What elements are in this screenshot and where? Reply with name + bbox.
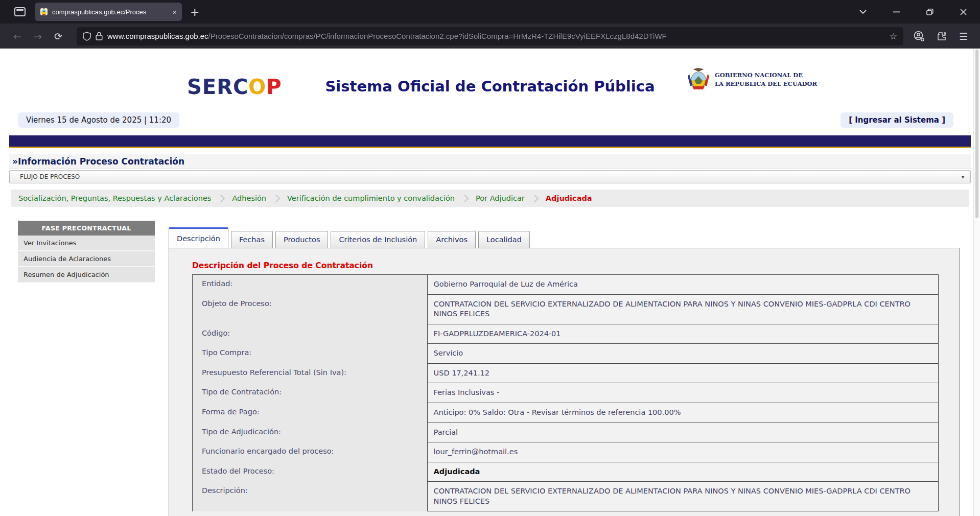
table-row: Tipo de Adjudicación: Parcial (193, 423, 938, 443)
process-steps-container: Socialización, Preguntas, Respuestas y A… (9, 185, 971, 209)
row-value: CONTRATACION DEL SERVICIO EXTERNALIZADO … (428, 482, 938, 511)
reload-button[interactable]: ⟳ (50, 28, 66, 44)
details-table: Entidad: Gobierno Parroquial de Luz de A… (192, 274, 939, 511)
tab-archivos[interactable]: Archivos (428, 231, 476, 248)
step-chevron-icon (461, 194, 469, 202)
sidebar-title: FASE PRECONTRACTUAL (18, 221, 155, 236)
step-adhesion[interactable]: Adhesión (232, 194, 266, 202)
tab-descripcion[interactable]: Descripción (169, 227, 228, 248)
step-chevron-icon (531, 194, 539, 202)
account-icon[interactable] (914, 31, 924, 41)
scrollbar-thumb[interactable] (975, 50, 978, 218)
step-adjudicada: Adjudicada (546, 194, 592, 202)
table-row: Código: FI-GADPRLUZDEAMERICA-2024-01 (193, 324, 938, 344)
lock-icon[interactable] (96, 32, 103, 40)
bookmark-star-icon[interactable]: ☆ (890, 31, 897, 41)
section-title: »Información Proceso Contratación (9, 154, 971, 169)
tab-fechas[interactable]: Fechas (231, 231, 273, 248)
row-label: Tipo Compra: (193, 344, 428, 364)
table-row: Presupuesto Referencial Total (Sin Iva):… (193, 364, 938, 384)
chevron-down-icon: ▾ (962, 174, 964, 180)
browser-toolbar: ← → ⟳ www.compraspublicas.gob.ec/Proceso… (0, 24, 980, 49)
row-value: Parcial (428, 423, 938, 443)
table-row-estado: Estado del Proceso: Adjudicada (193, 462, 938, 482)
row-label: Descripción: (193, 482, 428, 511)
new-tab-button[interactable]: + (190, 6, 199, 18)
row-value: FI-GADPRLUZDEAMERICA-2024-01 (428, 324, 938, 344)
row-label: Forma de Pago: (193, 403, 428, 423)
restore-button[interactable] (926, 9, 934, 15)
tab-bar: compraspublicas.gob.ec/Proces × + (0, 0, 980, 24)
browser-chrome: compraspublicas.gob.ec/Proces × + ← → (0, 0, 980, 49)
row-label: Tipo de Contratación: (193, 383, 428, 403)
tab-productos[interactable]: Productos (275, 231, 328, 248)
shield-icon[interactable] (83, 32, 91, 41)
row-label: Código: (193, 324, 428, 344)
gov-line1: GOBIERNO NACIONAL DE (715, 71, 817, 80)
extensions-puzzle-icon[interactable] (937, 31, 947, 41)
address-bar[interactable]: www.compraspublicas.gob.ec/ProcesoContra… (77, 27, 903, 45)
navy-divider-bar (9, 135, 971, 148)
table-row: Funcionario encargado del proceso: lour_… (193, 442, 938, 462)
url-path: /ProcesoContratacion/compras/PC/informac… (208, 32, 667, 40)
tab-title: compraspublicas.gob.ec/Proces (52, 8, 168, 16)
url-text[interactable]: www.compraspublicas.gob.ec/ProcesoContra… (107, 32, 885, 40)
datetime-badge: Viernes 15 de Agosto de 2025 | 11:20 (18, 112, 179, 128)
page-scrollbar[interactable] (973, 49, 980, 516)
row-value: Ferias Inclusivas - (428, 383, 938, 403)
step-por-adjudicar[interactable]: Por Adjudicar (476, 194, 525, 202)
row-label: Tipo de Adjudicación: (193, 423, 428, 443)
row-value: lour_ferrin@hotmail.es (428, 442, 938, 462)
gov-line2: LA REPUBLICA DEL ECUADOR (715, 80, 817, 88)
step-socializacion[interactable]: Socialización, Preguntas, Respuestas y A… (18, 194, 211, 202)
government-logo: GOBIERNO NACIONAL DE LA REPUBLICA DEL EC… (687, 67, 817, 92)
row-value: CONTRATACION DEL SERVICIO EXTERNALIZADO … (428, 295, 938, 324)
row-label: Objeto de Proceso: (193, 295, 428, 324)
step-verificacion[interactable]: Verificación de cumplimiento y convalida… (287, 194, 455, 202)
details-title: Descripción del Proceso de Contratación (192, 261, 939, 270)
url-host: www.compraspublicas.gob.ec (107, 32, 208, 40)
row-label: Presupuesto Referencial Total (Sin Iva): (193, 364, 428, 384)
row-value: USD 17,241.12 (428, 364, 938, 384)
forward-button[interactable]: → (30, 28, 46, 44)
page-title: Sistema Oficial de Contratación Pública (0, 78, 980, 95)
sidebar-item-resumen[interactable]: Resumen de Adjudicación (18, 267, 155, 283)
step-chevron-icon (272, 194, 281, 202)
row-value: Gobierno Parroquial de Luz de América (428, 275, 938, 295)
tab-close-icon[interactable]: × (172, 8, 177, 16)
row-label: Estado del Proceso: (193, 462, 428, 482)
minimize-button[interactable] (893, 11, 900, 13)
row-label: Funcionario encargado del proceso: (193, 442, 428, 462)
flow-dropdown-label: FLUJO DE PROCESO (20, 173, 80, 180)
sidebar-item-ver-invitaciones[interactable]: Ver Invitaciones (18, 236, 155, 251)
ecuador-coat-of-arms-icon (687, 67, 710, 92)
main-content: Descripción Fechas Productos Criterios d… (169, 227, 960, 516)
status-value: Adjudicada (428, 462, 938, 482)
site-favicon-icon (40, 8, 48, 16)
menu-hamburger-icon[interactable]: ☰ (959, 31, 968, 42)
back-button[interactable]: ← (9, 28, 26, 44)
row-value: Anticipo: 0% Saldo: Otra - Revisar térmi… (428, 403, 938, 423)
table-row: Descripción: CONTRATACION DEL SERVICIO E… (193, 482, 938, 511)
process-steps-bar: Socialización, Preguntas, Respuestas y A… (11, 190, 969, 207)
table-row: Forma de Pago: Anticipo: 0% Saldo: Otra … (193, 403, 938, 423)
tab-criterios[interactable]: Criterios de Inclusión (331, 231, 425, 248)
table-row: Objeto de Proceso: CONTRATACION DEL SERV… (193, 295, 938, 324)
table-row: Tipo de Contratación: Ferias Inclusivas … (193, 383, 938, 403)
table-row: Entidad: Gobierno Parroquial de Luz de A… (193, 275, 938, 295)
tab-localidad[interactable]: Localidad (478, 231, 530, 248)
step-chevron-icon (217, 194, 225, 202)
description-panel: Descripción del Proceso de Contratación … (169, 248, 960, 516)
table-row: Tipo Compra: Servicio (193, 344, 938, 364)
flow-dropdown[interactable]: FLUJO DE PROCESO ▾ (9, 170, 971, 183)
row-label: Entidad: (193, 275, 428, 295)
close-window-button[interactable] (960, 9, 967, 15)
tab-list-chevron-icon[interactable] (859, 10, 867, 14)
firefox-view-icon[interactable] (14, 7, 26, 16)
row-value: Servicio (428, 344, 938, 364)
page-viewport: SERCOP Sistema Oficial de Contratación P… (0, 49, 980, 516)
sidebar: FASE PRECONTRACTUAL Ver Invitaciones Aud… (18, 221, 155, 283)
login-button[interactable]: [ Ingresar al Sistema ] (841, 112, 953, 128)
browser-tab[interactable]: compraspublicas.gob.ec/Proces × (35, 3, 182, 21)
sidebar-item-audiencia[interactable]: Audiencia de Aclaraciones (18, 251, 155, 267)
